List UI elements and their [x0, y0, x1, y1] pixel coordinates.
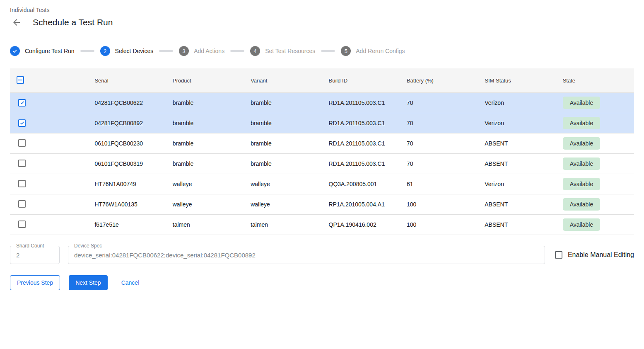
cell-product: walleye	[166, 181, 244, 187]
device-spec-label: Device Spec	[72, 243, 104, 249]
row-checkbox[interactable]	[18, 221, 26, 228]
device-table-header: Serial Product Variant Build ID Battery …	[10, 68, 634, 93]
row-checkbox[interactable]	[18, 139, 26, 147]
cell-variant: walleye	[244, 201, 322, 208]
column-header-product: Product	[166, 78, 244, 84]
cell-variant: bramble	[244, 120, 322, 126]
table-row[interactable]: 04281FQCB00892 bramble bramble RD1A.2011…	[10, 113, 634, 133]
cell-battery: 100	[400, 201, 478, 208]
step-number: 2	[100, 46, 110, 56]
cell-sim-status: ABSENT	[478, 160, 556, 167]
cell-serial: f617e51e	[88, 221, 166, 228]
step-label: Set Test Resources	[265, 48, 315, 54]
table-row[interactable]: 04281FQCB00622 bramble bramble RD1A.2011…	[10, 93, 634, 113]
page-title: Schedule a Test Run	[33, 17, 113, 27]
device-table: Serial Product Variant Build ID Battery …	[10, 68, 634, 235]
step-number: 4	[250, 46, 260, 56]
step-set-test-resources[interactable]: 4 Set Test Resources	[250, 46, 315, 56]
column-header-sim-status: SIM Status	[478, 78, 556, 84]
step-add-rerun-configs[interactable]: 5 Add Rerun Configs	[341, 46, 405, 56]
device-spec-value: device_serial:04281FQCB00622;device_seri…	[74, 252, 256, 259]
step-configure-test-run[interactable]: Configure Test Run	[10, 46, 75, 56]
stepper-connector	[230, 50, 244, 52]
cell-battery: 70	[400, 160, 478, 167]
row-checkbox[interactable]	[18, 180, 26, 187]
cell-serial: HT76W1A00135	[88, 201, 166, 208]
cell-variant: bramble	[244, 140, 322, 147]
enable-manual-editing-label: Enable Manual Editing	[568, 251, 634, 259]
cell-variant: walleye	[244, 181, 322, 187]
cancel-button[interactable]: Cancel	[115, 275, 146, 290]
state-badge: Available	[563, 198, 601, 211]
table-row[interactable]: HT76N1A00749 walleye walleye QQ3A.200805…	[10, 174, 634, 194]
step-completed-check-icon	[10, 46, 20, 56]
cell-battery: 61	[400, 181, 478, 187]
cell-product: taimen	[166, 221, 244, 228]
row-checkbox[interactable]	[18, 160, 26, 167]
cell-battery: 70	[400, 120, 478, 126]
cell-build-id: RD1A.201105.003.C1	[322, 120, 400, 126]
cell-product: walleye	[166, 201, 244, 208]
cell-product: bramble	[166, 160, 244, 167]
device-table-body: 04281FQCB00622 bramble bramble RD1A.2011…	[10, 93, 634, 235]
row-checkbox[interactable]	[18, 119, 26, 127]
step-number: 3	[179, 46, 189, 56]
step-label: Configure Test Run	[25, 48, 75, 54]
cell-product: bramble	[166, 140, 244, 147]
cell-battery: 70	[400, 140, 478, 147]
step-number: 5	[341, 46, 351, 56]
cell-build-id: QQ3A.200805.001	[322, 181, 400, 187]
previous-step-button[interactable]: Previous Step	[10, 275, 60, 290]
table-row[interactable]: 06101FQCB00319 bramble bramble RD1A.2011…	[10, 154, 634, 174]
shard-count-label: Shard Count	[14, 243, 46, 249]
row-checkbox[interactable]	[18, 200, 26, 208]
state-badge: Available	[563, 218, 601, 231]
row-checkbox[interactable]	[18, 99, 26, 107]
state-badge: Available	[563, 97, 601, 109]
state-badge: Available	[563, 178, 601, 190]
state-badge: Available	[563, 117, 601, 129]
breadcrumb: Individual Tests	[10, 7, 634, 13]
cell-serial: 04281FQCB00622	[88, 99, 166, 106]
table-row[interactable]: 06101FQCB00230 bramble bramble RD1A.2011…	[10, 133, 634, 154]
cell-sim-status: Verizon	[478, 181, 556, 187]
next-step-button[interactable]: Next Step	[69, 275, 107, 290]
cell-sim-status: Verizon	[478, 120, 556, 126]
cell-serial: 06101FQCB00319	[88, 160, 166, 167]
page-header: Individual Tests Schedule a Test Run	[0, 0, 644, 35]
cell-serial: HT76N1A00749	[88, 181, 166, 187]
cell-build-id: QP1A.190416.002	[322, 221, 400, 228]
action-buttons: Previous Step Next Step Cancel	[10, 275, 634, 290]
state-badge: Available	[563, 137, 601, 150]
select-all-checkbox[interactable]	[17, 76, 24, 84]
cell-variant: taimen	[244, 221, 322, 228]
cell-serial: 06101FQCB00230	[88, 140, 166, 147]
state-badge: Available	[563, 158, 601, 170]
stepper: Configure Test Run 2 Select Devices 3 Ad…	[10, 45, 634, 57]
cell-sim-status: ABSENT	[478, 140, 556, 147]
column-header-state: State	[556, 78, 634, 84]
cell-variant: bramble	[244, 160, 322, 167]
column-header-serial: Serial	[88, 78, 166, 84]
enable-manual-editing-toggle[interactable]: Enable Manual Editing	[555, 251, 634, 259]
enable-manual-editing-checkbox[interactable]	[555, 251, 562, 259]
step-add-actions[interactable]: 3 Add Actions	[179, 46, 224, 56]
shard-count-value: 2	[16, 252, 19, 259]
table-row[interactable]: f617e51e taimen taimen QP1A.190416.002 1…	[10, 215, 634, 235]
cell-build-id: RD1A.201105.003.C1	[322, 140, 400, 147]
step-select-devices[interactable]: 2 Select Devices	[100, 46, 154, 56]
cell-sim-status: Verizon	[478, 99, 556, 106]
cell-variant: bramble	[244, 99, 322, 106]
back-arrow-icon[interactable]	[12, 17, 22, 27]
cell-serial: 04281FQCB00892	[88, 120, 166, 126]
table-row[interactable]: HT76W1A00135 walleye walleye RP1A.201005…	[10, 194, 634, 215]
cell-product: bramble	[166, 99, 244, 106]
step-label: Select Devices	[115, 48, 154, 54]
cell-sim-status: ABSENT	[478, 221, 556, 228]
cell-sim-status: ABSENT	[478, 201, 556, 208]
cell-build-id: RD1A.201105.003.C1	[322, 99, 400, 106]
cell-battery: 70	[400, 99, 478, 106]
cell-build-id: RD1A.201105.003.C1	[322, 160, 400, 167]
shard-count-field[interactable]: Shard Count 2	[10, 246, 60, 264]
device-spec-field[interactable]: Device Spec device_serial:04281FQCB00622…	[68, 246, 545, 264]
